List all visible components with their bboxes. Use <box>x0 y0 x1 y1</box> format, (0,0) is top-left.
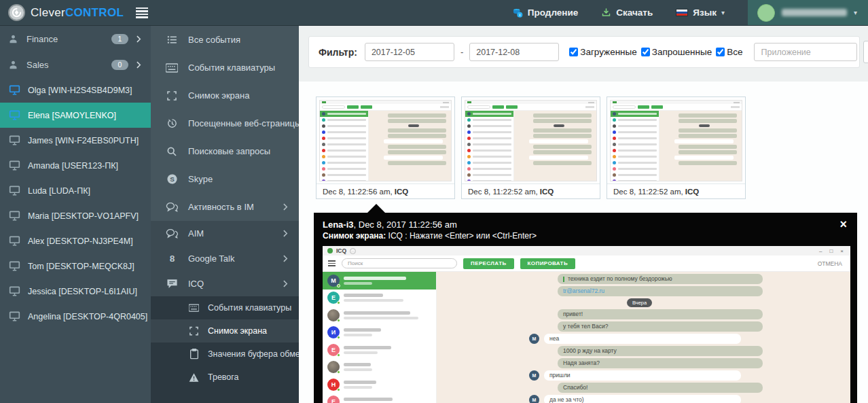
window-controls: – □ × <box>819 248 846 254</box>
sidebar-item-computer[interactable]: Jessica [DESKTOP-L6I1AIU] <box>0 279 151 304</box>
menu-item[interactable]: События клавиатуры <box>151 54 299 82</box>
thumbnail-image <box>317 97 454 184</box>
apply-button[interactable]: Apply <box>863 41 868 63</box>
menu-item-label: Skype <box>188 174 213 184</box>
group-label: Sales <box>26 60 49 70</box>
contact-name-blurred <box>344 277 431 285</box>
icq-contact-list: M E <box>323 272 437 403</box>
menu-item-im[interactable]: 8 Google Talk <box>151 246 299 271</box>
viewer-title: Lena-i3, Dec 8, 2017 11:22:56 am <box>323 219 850 230</box>
menu-item-icq-sub[interactable]: Снимок экрана <box>151 319 299 343</box>
computer-label: Elena [SAMOYLENKO] <box>28 111 116 120</box>
menu-item[interactable]: Активность в IM <box>151 193 299 221</box>
monitor-icon <box>9 261 20 271</box>
menu-item-icq-sub[interactable]: Тревога <box>151 366 299 389</box>
menu-item[interactable]: Снимок экрана <box>151 82 299 109</box>
hamburger-icon <box>328 260 336 266</box>
sidebar-item-computer[interactable]: Elena [SAMOYLENKO] <box>0 103 151 128</box>
menu-item-im[interactable]: AIM <box>151 221 299 246</box>
icq-icon <box>166 278 178 290</box>
menu-toggle-icon[interactable] <box>136 7 148 18</box>
renewal-button[interactable]: i Продление <box>512 7 578 18</box>
clevercontrol-logo-icon <box>8 4 25 21</box>
keyboard-icon <box>189 303 199 313</box>
chat-message: техника ездит по полному бездорожью <box>437 274 850 284</box>
menu-item-im[interactable]: ICQ <box>151 271 299 296</box>
chat-message: у тебя тел Васи? <box>437 321 850 332</box>
date-separator: - <box>460 47 463 57</box>
message-text: неа <box>549 336 559 342</box>
header-actions: i Продление Скачать Язык ▾ ▾ <box>512 0 868 25</box>
contact-name-blurred <box>344 294 431 302</box>
sidebar-group[interactable]: Finance 1 <box>0 26 151 52</box>
im-chat-icon <box>166 228 178 240</box>
menu-item-icq-sub[interactable]: События клавиатуры <box>151 296 299 319</box>
screenshot-thumbnail[interactable]: Dec 8, 11:22:56 am, ICQ <box>316 97 455 199</box>
group-badge: 1 <box>111 34 128 44</box>
screenshot-thumbnail[interactable]: Dec 8, 11:22:52 am, ICQ <box>461 97 600 199</box>
brand-logo: CleverCONTROL <box>8 4 124 21</box>
date-to-input[interactable] <box>469 43 559 61</box>
main-content: Фильтр: - Загруженные <box>299 26 868 403</box>
menu-item-label: Значения буфера обмена <box>208 349 299 359</box>
filter-checkbox[interactable] <box>716 48 725 56</box>
sidebar-item-computer[interactable]: Angelina [DESKTOP-4QR0405] <box>0 304 151 329</box>
monitor-icon <box>9 236 20 246</box>
close-icon[interactable]: × <box>839 218 847 230</box>
screenshot-thumbnail[interactable]: Dec 8, 11:22:52 am, ICQ <box>607 97 746 199</box>
computer-label: Jessica [DESKTOP-L6I1AIU] <box>28 287 137 296</box>
gtalk-icon: 8 <box>166 253 178 265</box>
download-icon <box>601 7 611 18</box>
icq-app-icon <box>327 248 333 253</box>
brand-text: CleverCONTROL <box>31 6 124 20</box>
message-text: Надя занята? <box>563 360 600 366</box>
menu-item[interactable]: Все события <box>151 26 299 54</box>
sidebar-item-computer[interactable]: Tom [DESKTOP-MEQCK8J] <box>0 253 151 279</box>
computer-list: Olga [WIN-H2S4SB4D9M3] Elena [SAMOYLENKO… <box>0 77 151 329</box>
computer-label: Amanda [USER123-ПК] <box>28 161 118 171</box>
sidebar-item-computer[interactable]: Alex [DESKTOP-NJ3PE4M] <box>0 228 151 253</box>
group-label: Finance <box>26 34 58 44</box>
sidebar-item-computer[interactable]: Amanda [USER123-ПК] <box>0 153 151 178</box>
computer-label: Tom [DESKTOP-MEQCK8J] <box>28 262 134 271</box>
filter-checkbox[interactable] <box>641 48 650 56</box>
sidebar-item-computer[interactable]: Luda [LUDA-ПК] <box>0 178 151 203</box>
icq-contact: Н <box>323 376 436 393</box>
chevron-right-icon <box>137 35 141 43</box>
date-from-input[interactable] <box>365 43 454 61</box>
chevron-right-icon <box>137 61 141 69</box>
menu-item-label: События клавиатуры <box>208 303 291 313</box>
user-account-menu[interactable]: ▾ <box>748 0 868 25</box>
chevron-down-icon: ▾ <box>721 9 725 16</box>
sidebar-item-computer[interactable]: James [WIN-F24EBS0PUTH] <box>0 128 151 153</box>
menu-item-icq-sub[interactable]: Значения буфера обмена <box>151 343 299 366</box>
viewer-pointer-arrow <box>367 204 386 213</box>
menu-item-label: ICQ <box>188 279 204 289</box>
menu-item-label: Снимок экрана <box>188 90 250 101</box>
contact-avatar: E <box>327 396 340 403</box>
menu-item[interactable]: Посещенные веб-страницы <box>151 109 299 137</box>
list-icon <box>166 34 178 46</box>
filter-checkbox[interactable] <box>569 48 578 56</box>
thumbnail-image <box>607 97 745 184</box>
icq-contact <box>323 306 436 324</box>
history-icon <box>166 118 178 130</box>
download-button[interactable]: Скачать <box>601 7 653 18</box>
filter-checkboxes: Загруженные Запрошенные Все <box>565 47 742 57</box>
sidebar-item-computer[interactable]: Olga [WIN-H2S4SB4D9M3] <box>0 77 151 103</box>
application-filter-input[interactable] <box>754 43 857 61</box>
maximize-icon: □ <box>829 248 833 254</box>
monitor-icon <box>9 85 20 95</box>
message-text: Спасибо! <box>563 385 587 391</box>
user-group-icon <box>7 33 19 45</box>
contact-name-blurred <box>344 346 431 354</box>
message-text: Вчера <box>632 300 647 306</box>
menu-item[interactable]: S Skype <box>151 165 299 193</box>
sidebar-group[interactable]: Sales 0 <box>0 52 151 77</box>
sidebar-item-computer[interactable]: Maria [DESKTOP-VO1APFV] <box>0 203 151 228</box>
message-text: 1000 р жду на карту <box>563 348 617 354</box>
language-dropdown[interactable]: Язык ▾ <box>676 7 725 18</box>
menu-item[interactable]: Поисковые запросы <box>151 137 299 165</box>
keyboard-icon <box>166 62 178 74</box>
contact-avatar: Н <box>327 379 340 391</box>
